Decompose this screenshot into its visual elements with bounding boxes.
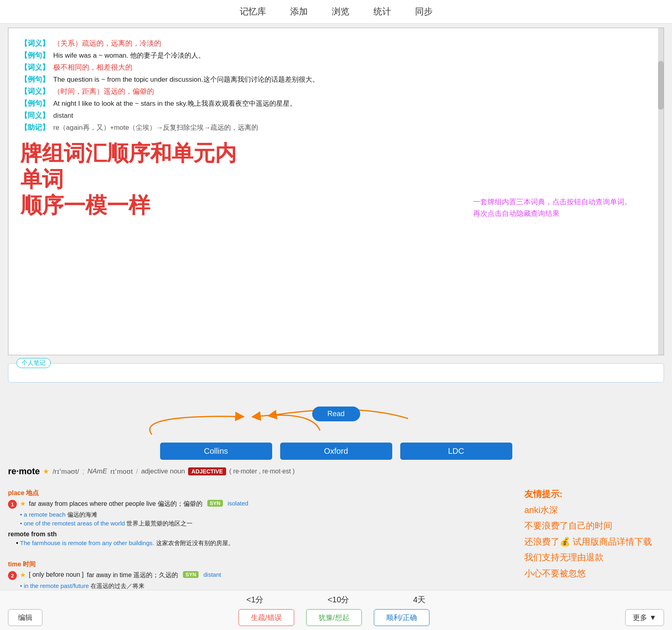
edit-button[interactable]: 编辑	[8, 609, 42, 626]
action-buttons: 编辑 生疏/错误 犹豫/想起 顺利/正确 更多 ▼	[8, 609, 664, 626]
pos-sep: /	[136, 467, 138, 476]
time-label-1: <1分	[247, 594, 264, 605]
time-label-3: 4天	[413, 594, 425, 605]
phrase-cn: 这家农舍附近没有别的房屋。	[156, 539, 234, 546]
def-text-2: far away in time 遥远的；久远的	[87, 571, 178, 580]
dict-row-4: 【例句】 The question is ~ from the topic un…	[20, 74, 652, 84]
warning-line1: anki水深	[524, 502, 652, 518]
nav-memory[interactable]: 记忆库	[240, 6, 266, 18]
oxford-button[interactable]: Oxford	[280, 443, 392, 460]
promo-hint-line2: 再次点击自动隐藏查询结果	[473, 208, 632, 219]
sub-example-3: • in the remote past/future 在遥远的过去／将来	[20, 582, 664, 590]
warning-line3: 还浪费了💰 试用版商品详情下载	[524, 534, 652, 550]
word-text: re·mote	[8, 466, 40, 477]
dict-row-5: 【词义】 （时间，距离）遥远的，偏僻的	[20, 87, 652, 96]
syn-tag-1: SYN	[207, 500, 223, 507]
word-definition-area: 友情提示: anki水深 不要浪费了自己的时间 还浪费了💰 试用版商品详情下载 …	[8, 466, 664, 590]
phrase-example: The farmhouse is remote from any other b…	[20, 539, 154, 546]
hesitate-button[interactable]: 犹豫/想起	[306, 609, 362, 626]
inflection: ( re·moter , re·mot·est )	[229, 468, 295, 475]
promo-hint-line1: 一套牌组内置三本词典，点击按钮自动查询单词。	[473, 196, 632, 208]
warning-line5: 小心不要被忽悠	[524, 566, 652, 582]
nav-browse[interactable]: 浏览	[332, 6, 349, 18]
notes-section: 个人笔记	[8, 363, 664, 382]
label-ciyi-2: 【词义】	[20, 62, 49, 72]
phonetic-br: /rɪˈməʊt/	[52, 467, 79, 476]
label-liju-3: 【例句】	[20, 99, 49, 108]
correct-button[interactable]: 顺利/正确	[374, 609, 429, 626]
pos-label: adjective noun	[141, 467, 185, 475]
def-num-2: 2	[8, 571, 17, 580]
center-buttons: 生疏/错误 犹豫/想起 顺利/正确	[239, 609, 429, 626]
example-3: At night I like to look at the ~ stars i…	[53, 99, 297, 108]
pos-badge: ADJECTIVE	[188, 467, 226, 475]
dict-row-2: 【例句】 His wife was a ~ woman. 他的妻子是个冷淡的人。	[20, 50, 652, 60]
dict-row-1: 【词义】 （关系）疏远的，远离的，冷淡的	[20, 38, 652, 48]
syn-word-2: distant	[203, 571, 221, 578]
meaning-2: 极不相同的，相差很大的	[53, 62, 132, 72]
scrollbar-thumb[interactable]	[658, 61, 664, 110]
dict-section: 【词义】 （关系）疏远的，远离的，冷淡的 【例句】 His wife was a…	[20, 38, 652, 132]
memory-label: 【助记】	[20, 123, 49, 132]
meaning-3: （时间，距离）遥远的，偏僻的	[53, 87, 154, 96]
scrollbar-track[interactable]	[658, 28, 664, 355]
promo-line1: 牌组词汇顺序和单元内	[20, 140, 652, 166]
arrow-container: Read	[8, 395, 664, 443]
warning-line4: 我们支持无理由退款	[524, 549, 652, 566]
label-ciyi-1: 【词义】	[20, 38, 49, 48]
synonym: distant	[53, 112, 73, 120]
def-star-2: ★	[20, 571, 26, 579]
more-button[interactable]: 更多 ▼	[625, 609, 664, 626]
label-ciyi-3: 【词义】	[20, 87, 49, 96]
memory-text: re（again再，又）+mote（尘埃）→反复扫除尘埃→疏远的，远离的	[53, 123, 258, 132]
def-num-1: 1	[8, 500, 17, 509]
notes-input[interactable]	[16, 371, 656, 378]
time-label-2: <10分	[327, 594, 349, 605]
promo-hint: 一套牌组内置三本词典，点击按钮自动查询单词。 再次点击自动隐藏查询结果	[473, 196, 632, 219]
dict-tabs-area: Read Collins Oxford LDC	[8, 395, 664, 466]
nav-add[interactable]: 添加	[290, 6, 308, 18]
word-header: re·mote ★ /rɪˈməʊt/ ; NAmE rɪˈmoʊt / adj…	[8, 466, 664, 477]
word-star: ★	[43, 467, 49, 476]
warning-section: 友情提示: anki水深 不要浪费了自己的时间 还浪费了💰 试用版商品详情下载 …	[524, 486, 652, 582]
warning-title: 友情提示:	[524, 486, 652, 502]
dict-row-3: 【词义】 极不相同的，相差很大的	[20, 62, 652, 72]
syn-word-1: isolated	[228, 500, 249, 507]
example-2: The question is ~ from the topic under d…	[53, 75, 319, 84]
label-liju-2: 【例句】	[20, 74, 49, 84]
def-text-1: far away from places where other people …	[29, 500, 203, 508]
syn-tag-2: SYN	[183, 571, 199, 578]
time-labels: <1分 <10分 4天	[8, 594, 664, 605]
read-button[interactable]: Read	[312, 407, 360, 421]
dict-row-7: 【同义】 distant	[20, 111, 652, 120]
def-qualifier: [ only before noun ]	[29, 571, 84, 578]
name-label: NAmE	[88, 467, 107, 475]
example-1: His wife was a ~ woman. 他的妻子是个冷淡的人。	[53, 51, 205, 60]
memory-tip-row: 【助记】 re（again再，又）+mote（尘埃）→反复扫除尘埃→疏远的，远离…	[20, 123, 652, 132]
ldc-button[interactable]: LDC	[400, 443, 512, 460]
phonetic-am: rɪˈmoʊt	[110, 467, 133, 476]
meaning-1: （关系）疏远的，远离的，冷淡的	[53, 38, 161, 48]
def-star-1: ★	[20, 500, 26, 507]
nav-stats[interactable]: 统计	[373, 6, 391, 18]
dict-buttons: Collins Oxford LDC	[8, 443, 664, 460]
notes-label: 个人笔记	[16, 358, 51, 368]
bottom-bar: <1分 <10分 4天 编辑 生疏/错误 犹豫/想起 顺利/正确 更多 ▼	[0, 590, 672, 630]
collins-button[interactable]: Collins	[160, 443, 272, 460]
nav-sync[interactable]: 同步	[415, 6, 433, 18]
top-nav: 记忆库 添加 浏览 统计 同步	[0, 0, 672, 24]
mistake-button[interactable]: 生疏/错误	[239, 609, 294, 626]
promo-line2: 单词	[20, 166, 652, 192]
label-liju-1: 【例句】	[20, 50, 49, 60]
phonetic-sep: ;	[82, 467, 84, 476]
label-tongyi: 【同义】	[20, 111, 49, 120]
dict-row-6: 【例句】 At night I like to look at the ~ st…	[20, 99, 652, 108]
warning-line2: 不要浪费了自己的时间	[524, 518, 652, 534]
main-content: 【词义】 （关系）疏远的，远离的，冷淡的 【例句】 His wife was a…	[8, 28, 664, 355]
